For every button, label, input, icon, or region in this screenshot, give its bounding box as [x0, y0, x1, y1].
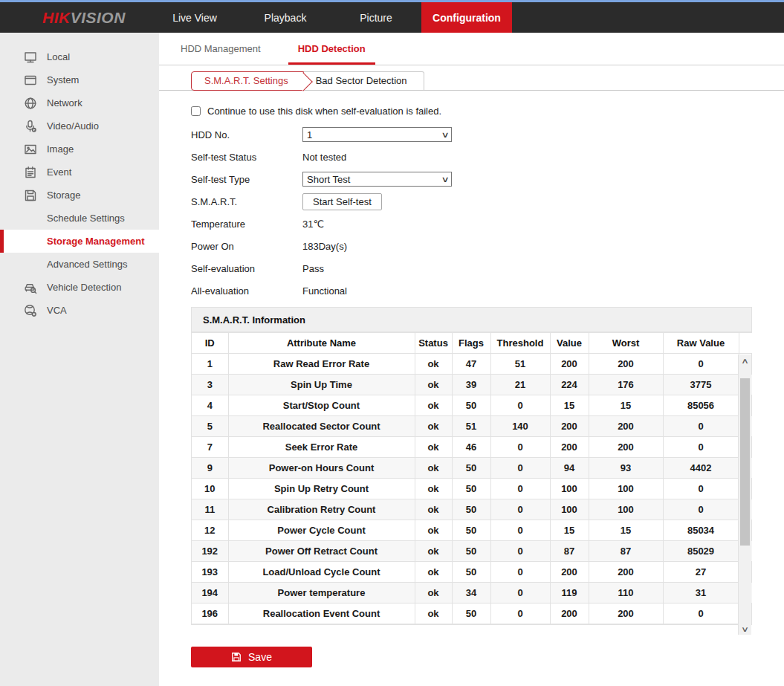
hdd-no-select[interactable]: 1∨: [302, 127, 452, 142]
form-label-self-evaluation: Self-evaluation: [191, 263, 302, 274]
form-row-all-evaluation: All-evaluationFunctional: [191, 279, 784, 302]
cell-id: 5: [192, 416, 228, 437]
cell-flags: 50: [452, 562, 490, 583]
form-value-self-evaluation: Pass: [302, 263, 324, 274]
cell-threshold: 0: [490, 583, 550, 604]
save-button[interactable]: Save: [191, 647, 312, 667]
continue-use-disk-checkbox[interactable]: [191, 106, 201, 116]
sidebar-item-image[interactable]: Image: [0, 137, 159, 161]
sidebar-item-system[interactable]: System: [0, 68, 159, 91]
nav-item-live-view[interactable]: Live View: [149, 2, 240, 33]
cell-status: ok: [415, 520, 452, 541]
tab-hdd-detection[interactable]: HDD Detection: [279, 33, 384, 65]
smart-information-title: S.M.A.R.T. Information: [192, 308, 751, 332]
form-label-power-on: Power On: [191, 241, 302, 252]
tab-hdd-management[interactable]: HDD Management: [162, 33, 279, 65]
save-row: Save: [191, 647, 784, 667]
cell-worst: 200: [589, 354, 663, 375]
form-label-self-test-type: Self-test Type: [191, 174, 302, 185]
cell-flags: 50: [452, 479, 490, 499]
cell-flags: 50: [452, 541, 490, 562]
cell-attribute-name: Power Cycle Count: [228, 520, 415, 541]
logo-vision: VISION: [71, 9, 126, 27]
self-evaluation-checkbox-row: Continue to use this disk when self-eval…: [191, 106, 784, 117]
scroll-down-arrow-icon[interactable]: ∨: [736, 623, 755, 635]
cell-flags: 47: [452, 354, 490, 375]
sidebar-item-local[interactable]: Local: [0, 45, 159, 68]
sidebar-item-video-audio[interactable]: Video/Audio: [0, 114, 159, 137]
sidebar-item-network[interactable]: Network: [0, 91, 159, 114]
cell-flags: 51: [452, 416, 490, 437]
form-value-temperature: 31℃: [302, 219, 324, 230]
form-row-temperature: Temperature31℃: [191, 213, 784, 235]
cell-id: 192: [192, 541, 228, 562]
vca-icon: [23, 303, 37, 317]
sidebar-item-label: Network: [47, 97, 82, 109]
table-row: 9Power-on Hours Countok50094934402: [192, 458, 752, 479]
table-header-row: IDAttribute NameStatusFlagsThresholdValu…: [192, 333, 752, 354]
cell-id: 193: [192, 562, 228, 583]
cell-raw-value: 0: [663, 604, 739, 624]
form-row-self-test-status: Self-test StatusNot tested: [191, 146, 784, 168]
vehicle-search-icon: [23, 280, 37, 294]
start-self-test-button[interactable]: Start Self-test: [302, 193, 382, 210]
subtab-s-m-a-r-t-settings[interactable]: S.M.A.R.T. Settings: [191, 71, 304, 91]
cell-id: 7: [192, 437, 228, 458]
cell-flags: 39: [452, 375, 490, 395]
scroll-up-arrow-icon[interactable]: ∧: [736, 355, 755, 366]
cell-flags: 46: [452, 437, 490, 458]
main-content: HDD ManagementHDD Detection S.M.A.R.T. S…: [159, 33, 784, 686]
globe-icon: [23, 96, 37, 110]
nav-item-playback[interactable]: Playback: [240, 2, 331, 33]
cell-threshold: 51: [490, 354, 550, 375]
cell-worst: 200: [589, 604, 663, 624]
cell-id: 194: [192, 583, 228, 604]
cell-worst: 176: [589, 375, 663, 395]
cell-attribute-name: Power-on Hours Count: [228, 458, 415, 479]
sidebar-item-schedule-settings[interactable]: Schedule Settings: [0, 207, 159, 230]
continue-use-disk-label[interactable]: Continue to use this disk when self-eval…: [207, 106, 441, 117]
column-header-attribute-name: Attribute Name: [228, 333, 415, 354]
cell-raw-value: 85034: [663, 520, 739, 541]
cell-status: ok: [415, 583, 452, 604]
table-row: 10Spin Up Retry Countok5001001000: [192, 479, 752, 499]
form-value-power-on: 183Day(s): [302, 241, 347, 252]
cell-value: 200: [550, 604, 589, 624]
sidebar-item-vca[interactable]: VCA: [0, 299, 159, 322]
microphone-icon: [23, 119, 37, 133]
sidebar-item-event[interactable]: Event: [0, 161, 159, 184]
cell-threshold: 0: [490, 479, 550, 499]
cell-threshold: 0: [490, 458, 550, 479]
cell-status: ok: [415, 541, 452, 562]
form-label-temperature: Temperature: [191, 219, 302, 230]
cell-threshold: 0: [490, 541, 550, 562]
cell-value: 100: [550, 479, 589, 499]
cell-attribute-name: Reallocated Sector Count: [228, 416, 415, 437]
cell-flags: 50: [452, 520, 490, 541]
sidebar-item-label: Video/Audio: [47, 120, 99, 132]
cell-raw-value: 0: [663, 479, 739, 499]
cell-raw-value: 4402: [663, 458, 739, 479]
table-row: 4Start/Stop Countok500151585056: [192, 395, 752, 416]
table-scrollbar[interactable]: ∧ ∨: [738, 355, 751, 635]
sidebar-item-label: Image: [47, 143, 74, 155]
table-row: 7Seek Error Rateok4602002000: [192, 437, 752, 458]
sidebar-item-vehicle-detection[interactable]: Vehicle Detection: [0, 276, 159, 299]
sidebar-item-label: Event: [47, 166, 71, 178]
scrollbar-thumb[interactable]: [740, 378, 750, 546]
cell-threshold: 0: [490, 395, 550, 416]
nav-item-picture[interactable]: Picture: [331, 2, 421, 33]
column-header-raw-value: Raw Value: [663, 333, 739, 354]
self-test-type-select[interactable]: Short Test∨: [302, 172, 452, 187]
form-label-s-m-a-r-t: S.M.A.R.T.: [191, 196, 302, 207]
form-row-s-m-a-r-t: S.M.A.R.T.Start Self-test: [191, 190, 784, 213]
sidebar-item-storage[interactable]: Storage: [0, 184, 159, 207]
sidebar-item-storage-management[interactable]: Storage Management: [0, 230, 159, 253]
cell-attribute-name: Power Off Retract Count: [228, 541, 415, 562]
sidebar-item-advanced-settings[interactable]: Advanced Settings: [0, 253, 159, 276]
cell-value: 200: [550, 416, 589, 437]
cell-id: 3: [192, 375, 228, 395]
nav-item-configuration[interactable]: Configuration: [421, 2, 512, 33]
subtab-bad-sector-detection[interactable]: Bad Sector Detection: [295, 71, 424, 91]
column-header-spacer: [739, 333, 752, 354]
